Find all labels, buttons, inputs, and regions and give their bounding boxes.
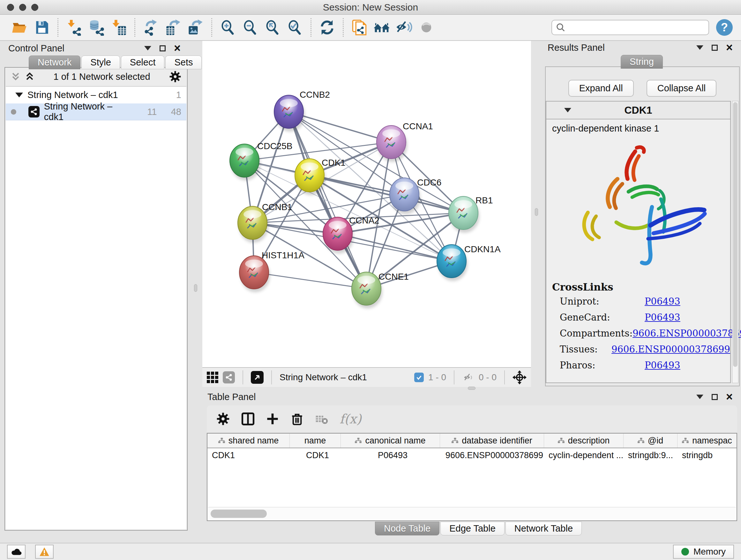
zoom-in-icon[interactable]	[219, 18, 237, 37]
expand-all-chevron-icon[interactable]	[25, 72, 35, 81]
tissues-link[interactable]: 9606.ENSP00000378699	[611, 344, 730, 355]
table-horizontal-scrollbar[interactable]	[208, 507, 736, 520]
refresh-icon[interactable]	[318, 18, 336, 37]
cell-namespace[interactable]: stringdb	[677, 448, 737, 462]
bundled-apps-houses-icon[interactable]	[373, 18, 391, 37]
float-panel-icon[interactable]	[159, 45, 165, 51]
genecard-link[interactable]: P06493	[645, 312, 680, 323]
cell-description[interactable]: cyclin-dependent ...	[544, 448, 623, 462]
save-session-icon[interactable]	[32, 18, 51, 37]
network-node-CCNB2[interactable]: CCNB2	[274, 90, 330, 132]
panel-menu-icon[interactable]	[696, 45, 703, 50]
import-network-icon[interactable]	[65, 18, 83, 37]
network-canvas[interactable]: CCNB2CCNA1CDC25BCDK1CDC6RB1CCNB1CCNA2CDK…	[202, 41, 531, 367]
network-node-CCNE1[interactable]: CCNE1	[352, 272, 409, 308]
expand-all-button[interactable]: Expand All	[568, 80, 634, 97]
tree-expander-icon[interactable]	[15, 92, 23, 98]
network-node-RB1[interactable]: RB1	[449, 195, 493, 233]
tab-select[interactable]: Select	[121, 56, 165, 69]
left-splitter-grip[interactable]	[194, 284, 197, 292]
share-view-icon[interactable]	[223, 371, 235, 383]
collapse-all-chevron-icon[interactable]	[11, 72, 20, 81]
import-table-icon[interactable]	[110, 18, 128, 37]
column-header-description[interactable]: description	[544, 434, 623, 448]
compartments-link[interactable]: 9606.ENSP00000378699	[632, 328, 741, 339]
tab-edge-table[interactable]: Edge Table	[441, 522, 504, 536]
collapse-entry-icon[interactable]	[564, 108, 571, 112]
warning-status-button[interactable]	[35, 545, 54, 559]
column-header-id[interactable]: @id	[623, 434, 677, 448]
network-node-CCNB1[interactable]: CCNB1	[238, 202, 292, 243]
cell-database-identifier[interactable]: 9606.ENSP00000378699	[440, 448, 544, 462]
collapse-all-button[interactable]: Collapse All	[647, 80, 717, 97]
birdseye-view-icon[interactable]	[251, 371, 264, 384]
pan-crosshair-icon[interactable]	[513, 370, 527, 384]
results-scrollbar-thumb[interactable]	[733, 102, 738, 367]
export-network-icon[interactable]	[142, 18, 160, 37]
tab-style[interactable]: Style	[81, 56, 120, 69]
float-panel-icon[interactable]	[712, 45, 718, 51]
cell-id[interactable]: stringdb:9...	[623, 448, 677, 462]
search-box[interactable]	[551, 20, 709, 35]
gear-icon[interactable]	[169, 71, 181, 83]
column-header-canonical-name[interactable]: canonical name	[341, 434, 440, 448]
table-settings-gear-icon[interactable]	[216, 412, 230, 426]
panel-menu-icon[interactable]	[144, 46, 151, 51]
hidden-eye-icon	[462, 372, 474, 383]
column-header-name[interactable]: name	[290, 434, 341, 448]
import-database-icon[interactable]	[87, 18, 106, 37]
column-header-database-identifier[interactable]: database identifier	[440, 434, 544, 448]
node-label: CCNE1	[379, 272, 409, 282]
show-columns-icon[interactable]	[241, 412, 255, 426]
close-panel-icon[interactable]: ×	[726, 44, 733, 51]
close-panel-icon[interactable]: ×	[726, 394, 733, 400]
pharos-link[interactable]: P06493	[645, 360, 680, 371]
float-panel-icon[interactable]	[712, 394, 718, 400]
eye-disabled-icon[interactable]	[417, 18, 435, 37]
zoom-selected-icon[interactable]	[286, 18, 304, 37]
string-copy-network-icon[interactable]	[350, 18, 368, 37]
zoom-out-icon[interactable]	[241, 18, 259, 37]
tab-sets[interactable]: Sets	[165, 56, 202, 69]
grid-view-icon[interactable]	[207, 372, 218, 383]
memory-button[interactable]: Memory	[673, 545, 734, 559]
export-table-icon[interactable]	[164, 18, 183, 37]
search-input[interactable]	[565, 23, 704, 33]
panel-menu-icon[interactable]	[696, 395, 703, 399]
cell-shared-name[interactable]: CDK1	[207, 448, 290, 462]
bottom-splitter-grip[interactable]	[468, 387, 475, 390]
tab-network-table[interactable]: Network Table	[506, 522, 582, 536]
network-row-selected[interactable]: String Network – cdk1 11 48	[6, 104, 186, 120]
column-header-namespace[interactable]: namespac	[677, 434, 737, 448]
column-header-shared-name[interactable]: shared name	[207, 434, 290, 448]
cloud-status-button[interactable]	[7, 545, 25, 559]
tab-node-table[interactable]: Node Table	[375, 522, 440, 536]
add-column-icon[interactable]	[266, 413, 279, 425]
close-panel-icon[interactable]: ×	[174, 45, 181, 51]
hide-unhide-icon[interactable]	[395, 18, 413, 37]
network-node-CDKN1A[interactable]: CDKN1A	[437, 244, 501, 281]
export-image-icon[interactable]	[186, 18, 205, 37]
help-button[interactable]: ?	[716, 19, 733, 36]
uniprot-link[interactable]: P06493	[645, 296, 680, 307]
selected-checkbox-icon[interactable]	[414, 373, 424, 382]
zoom-fit-icon[interactable]	[263, 18, 282, 37]
network-node-CDK1[interactable]: CDK1	[295, 158, 346, 195]
tab-string[interactable]: String	[621, 55, 663, 69]
results-scrollbar[interactable]	[732, 101, 738, 383]
cell-name[interactable]: CDK1	[290, 448, 341, 462]
delete-column-icon[interactable]	[290, 412, 304, 426]
network-node-HIST1H1A[interactable]: HIST1H1A	[239, 250, 305, 292]
right-splitter-grip[interactable]	[535, 208, 538, 216]
network-node-CCNA2[interactable]: CCNA2	[323, 215, 380, 253]
zoom-window-button[interactable]	[31, 4, 38, 11]
close-window-button[interactable]	[7, 4, 14, 11]
network-node-CDC25B[interactable]: CDC25B	[230, 141, 292, 180]
minimize-window-button[interactable]	[19, 4, 26, 11]
table-scrollbar-thumb[interactable]	[211, 509, 267, 518]
tab-network[interactable]: Network	[29, 56, 80, 69]
node-details-header[interactable]: CDK1	[546, 102, 730, 119]
table-row[interactable]: CDK1 CDK1 P06493 9606.ENSP00000378699 cy…	[207, 448, 737, 462]
cell-canonical-name[interactable]: P06493	[341, 448, 440, 462]
open-session-icon[interactable]	[10, 18, 29, 37]
